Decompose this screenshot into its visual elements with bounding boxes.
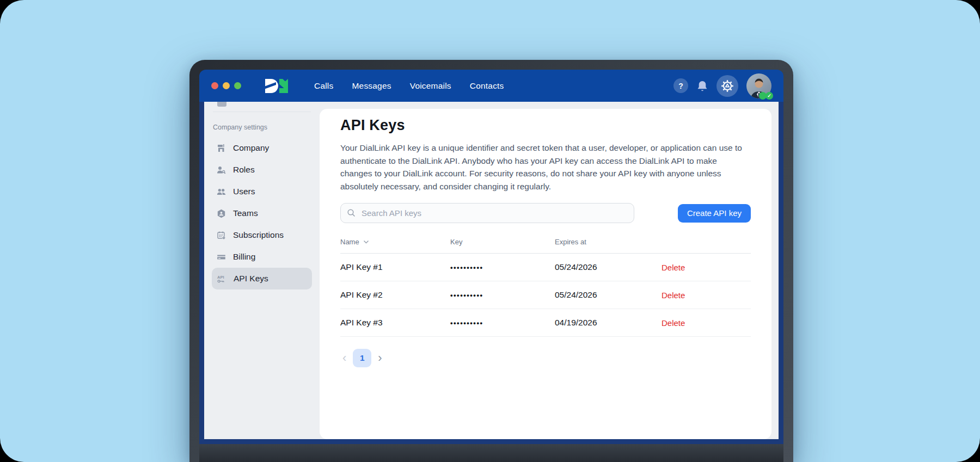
sidebar-item-label: Roles bbox=[233, 165, 255, 175]
sidebar-item-company[interactable]: Company bbox=[212, 137, 312, 159]
table-row: API Key #1 •••••••••• 05/24/2026 Delete bbox=[340, 254, 751, 281]
api-key-expires: 04/19/2026 bbox=[555, 318, 661, 328]
sidebar-divider bbox=[213, 112, 311, 112]
status-check-badge: ✓ bbox=[765, 92, 773, 100]
window-controls bbox=[211, 82, 241, 89]
user-avatar[interactable]: ✓ bbox=[746, 73, 771, 98]
delete-button[interactable]: Delete bbox=[661, 263, 751, 272]
api-key-masked: •••••••••• bbox=[450, 319, 555, 327]
page-title: API Keys bbox=[340, 117, 751, 134]
svg-text:API: API bbox=[217, 275, 224, 280]
window-bottom-edge bbox=[199, 439, 783, 444]
column-header-key[interactable]: Key bbox=[450, 238, 555, 246]
api-key-name: API Key #3 bbox=[340, 318, 450, 328]
app-window: Calls Messages Voicemails Contacts ? bbox=[189, 60, 793, 462]
sidebar-item-label: Users bbox=[233, 187, 255, 196]
sidebar-item-label: Billing bbox=[233, 252, 255, 262]
sidebar-item-billing[interactable]: Billing bbox=[212, 246, 312, 268]
pagination: ‹ 1 › bbox=[340, 349, 751, 367]
minimize-window-button[interactable] bbox=[223, 82, 230, 89]
help-icon[interactable]: ? bbox=[673, 78, 688, 93]
api-keys-panel: API Keys Your DialLink API key is a uniq… bbox=[320, 109, 771, 439]
sidebar-item-roles[interactable]: Roles bbox=[212, 159, 312, 181]
sidebar-item-label: API Keys bbox=[234, 274, 268, 284]
desktop-background: Calls Messages Voicemails Contacts ? bbox=[0, 0, 980, 462]
pagination-next-icon[interactable]: › bbox=[378, 352, 382, 364]
api-keys-icon: API bbox=[217, 274, 226, 284]
titlebar: Calls Messages Voicemails Contacts ? bbox=[199, 70, 783, 102]
roles-icon bbox=[217, 165, 226, 175]
api-key-name: API Key #2 bbox=[340, 290, 450, 300]
sort-chevron-icon bbox=[363, 240, 369, 244]
pagination-page-1[interactable]: 1 bbox=[353, 349, 371, 367]
nav-messages[interactable]: Messages bbox=[352, 81, 391, 91]
close-window-button[interactable] bbox=[211, 82, 218, 89]
api-key-masked: •••••••••• bbox=[450, 263, 555, 272]
column-header-expires[interactable]: Expires at bbox=[555, 238, 661, 246]
table-row: API Key #2 •••••••••• 05/24/2026 Delete bbox=[340, 281, 751, 309]
api-keys-table: Name Key Expires at bbox=[340, 238, 751, 337]
delete-button[interactable]: Delete bbox=[661, 318, 751, 328]
billing-icon bbox=[217, 252, 226, 262]
api-key-masked: •••••••••• bbox=[450, 291, 555, 299]
sidebar-item-api-keys[interactable]: API API Keys bbox=[212, 268, 312, 289]
nav-contacts[interactable]: Contacts bbox=[470, 81, 504, 91]
users-icon bbox=[217, 187, 226, 196]
sidebar-section-label: Company settings bbox=[213, 124, 312, 131]
column-header-name[interactable]: Name bbox=[340, 238, 450, 246]
settings-sidebar: Company settings Company bbox=[204, 102, 320, 439]
table-row: API Key #3 •••••••••• 04/19/2026 Delete bbox=[340, 309, 751, 337]
page-description: Your DialLink API key is a unique identi… bbox=[340, 141, 751, 193]
api-key-expires: 05/24/2026 bbox=[555, 262, 661, 272]
main-nav: Calls Messages Voicemails Contacts bbox=[314, 81, 504, 91]
settings-gear-icon[interactable] bbox=[716, 75, 738, 97]
nav-voicemails[interactable]: Voicemails bbox=[410, 81, 451, 91]
delete-button[interactable]: Delete bbox=[661, 291, 751, 300]
notifications-bell-icon[interactable] bbox=[696, 79, 708, 93]
sidebar-item-subscriptions[interactable]: Subscriptions bbox=[212, 224, 312, 246]
create-api-key-button[interactable]: Create API key bbox=[678, 204, 751, 223]
diallink-logo bbox=[264, 78, 289, 94]
teams-icon bbox=[217, 209, 226, 218]
pagination-prev-icon[interactable]: ‹ bbox=[342, 352, 346, 364]
search-input[interactable] bbox=[340, 203, 634, 223]
nav-calls[interactable]: Calls bbox=[314, 81, 333, 91]
sidebar-item-label: Company bbox=[233, 143, 269, 153]
search-icon bbox=[347, 208, 356, 220]
sidebar-item-label: Teams bbox=[233, 208, 258, 218]
company-icon bbox=[217, 144, 226, 153]
api-key-name: API Key #1 bbox=[340, 262, 450, 272]
sidebar-item-teams[interactable]: Teams bbox=[212, 202, 312, 224]
window-bottom-bezel bbox=[199, 444, 783, 462]
sidebar-item-label: Subscriptions bbox=[233, 230, 284, 240]
sidebar-item-partial bbox=[217, 102, 226, 107]
zoom-window-button[interactable] bbox=[234, 82, 241, 89]
sidebar-item-users[interactable]: Users bbox=[212, 181, 312, 202]
api-key-expires: 05/24/2026 bbox=[555, 290, 661, 300]
subscriptions-icon bbox=[217, 231, 226, 240]
